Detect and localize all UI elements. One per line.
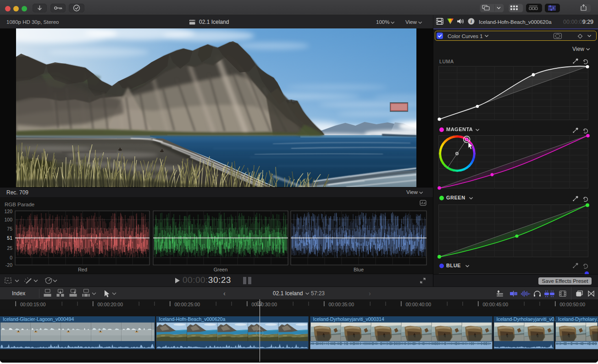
svg-text:Red: Red	[78, 267, 87, 272]
svg-text:Iceland-Dyrholaeyjarviti_v0…: Iceland-Dyrholaeyjarviti_v0…	[497, 316, 559, 322]
svg-text:00:00:40:00: 00:00:40:00	[406, 302, 432, 307]
svg-text:00:00:35:00: 00:00:35:00	[329, 302, 354, 307]
svg-text:51: 51	[7, 235, 12, 241]
svg-text:25: 25	[7, 245, 12, 251]
svg-text:100: 100	[4, 217, 12, 222]
svg-text:Blue: Blue	[354, 267, 364, 272]
svg-text:00:00:15:00: 00:00:15:00	[20, 302, 46, 307]
svg-text:75: 75	[7, 226, 12, 232]
svg-text:Iceland-Hofn-Beach_v000620a: Iceland-Hofn-Beach_v000620a	[159, 316, 226, 322]
svg-text:00:00:20:00: 00:00:20:00	[98, 302, 123, 307]
svg-text:Green: Green	[214, 267, 228, 272]
svg-text:00:00:25:00: 00:00:25:00	[175, 302, 200, 307]
svg-text:00:00:50:00: 00:00:50:00	[560, 302, 586, 307]
svg-text:0: 0	[10, 255, 12, 260]
svg-text:i: i	[471, 19, 472, 24]
svg-text:00:00:45:00: 00:00:45:00	[483, 302, 509, 307]
svg-text:Iceland-Glacier-Lagoon_v000494: Iceland-Glacier-Lagoon_v000494	[3, 316, 74, 322]
svg-text:Iceland-Dyrholaeyjarviti_v0003: Iceland-Dyrholaeyjarviti_v000314	[313, 316, 384, 322]
svg-text:00:00:30:00: 00:00:30:00	[252, 302, 277, 307]
svg-text:RGB Parade: RGB Parade	[5, 202, 34, 207]
svg-text:-20: -20	[6, 262, 12, 268]
svg-text:120: 120	[4, 209, 12, 214]
svg-text:Iceland-Dyrholaey…: Iceland-Dyrholaey…	[558, 316, 598, 322]
